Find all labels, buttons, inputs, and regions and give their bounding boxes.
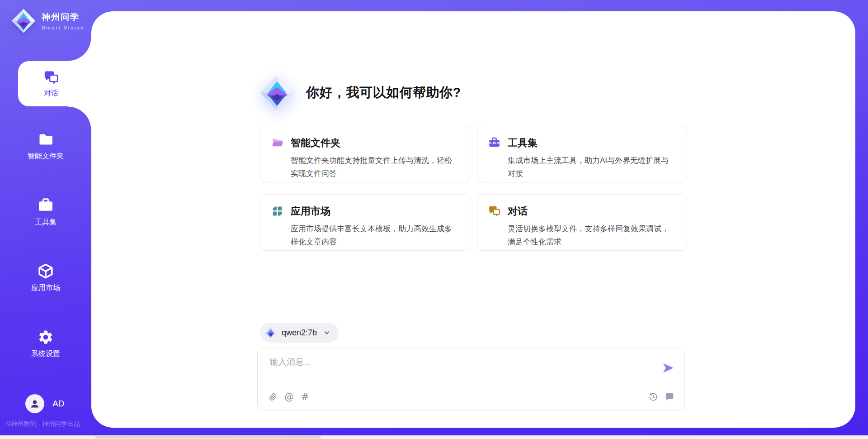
card-title: 智能文件夹 [291, 136, 459, 150]
paperclip-icon [268, 392, 277, 402]
model-logo-icon [264, 326, 277, 339]
card-smart-folder[interactable]: 智能文件夹 智能文件夹功能支持批量文件上传与清洗，轻松实现文件问答 [260, 126, 470, 182]
sidebar-item-label: 系统设置 [31, 349, 60, 359]
chevron-down-icon [323, 329, 330, 336]
message-composer: @ # [257, 348, 685, 411]
card-title: 对话 [508, 205, 676, 218]
brand-logo-icon [11, 8, 36, 33]
card-desc: 应用市场提供丰富长文本模板，助力高效生成多样化文章内容 [291, 222, 459, 248]
sidebar-item-toolset[interactable]: 工具集 [0, 197, 91, 227]
message-input[interactable] [258, 348, 684, 382]
sidebar-item-smart-folder[interactable]: 智能文件夹 [0, 131, 91, 161]
feature-cards: 智能文件夹 智能文件夹功能支持批量文件上传与清洗，轻松实现文件问答 工具集 集成… [260, 126, 687, 251]
sidebar-item-label: 应用市场 [31, 283, 60, 293]
main-panel: 你好，我可以如何帮助你? 智能文件夹 智能文件夹功能支持批量文件上传与清洗，轻松… [91, 11, 855, 428]
sidebar-item-label: 对话 [44, 89, 58, 98]
avatar [25, 394, 44, 413]
brand-title: 神州问学 [42, 11, 85, 23]
sidebar-item-label: 工具集 [35, 218, 57, 227]
sidebar-item-settings[interactable]: 系统设置 [0, 329, 91, 359]
card-app-market[interactable]: 应用市场 应用市场提供丰富长文本模板，助力高效生成多样化文章内容 [260, 194, 470, 251]
brand: 神州问学 Smart Vision [11, 8, 85, 33]
sidebar-item-app-market[interactable]: 应用市场 [0, 263, 91, 293]
history-button[interactable] [648, 392, 658, 402]
card-title: 应用市场 [291, 205, 459, 218]
sidebar-item-label: 智能文件夹 [28, 152, 64, 161]
hashtag-button[interactable]: # [301, 392, 309, 402]
model-selector[interactable]: qwen2:7b [260, 323, 339, 343]
scrollbar-thumb[interactable] [95, 436, 321, 439]
card-desc: 集成市场上主流工具，助力AI与外界无缝扩展与对接 [508, 154, 676, 180]
user-profile[interactable]: AD [25, 394, 64, 413]
send-button[interactable] [662, 362, 675, 374]
folder-icon [38, 131, 54, 148]
card-title: 工具集 [508, 136, 676, 150]
send-icon [662, 362, 675, 374]
greeting-text: 你好，我可以如何帮助你? [306, 84, 461, 102]
chat-icon [488, 205, 500, 217]
card-desc: 智能文件夹功能支持批量文件上传与清洗，轻松实现文件问答 [291, 154, 459, 180]
sidebar-item-chat[interactable]: 对话 [18, 61, 91, 106]
brand-subtitle: Smart Vision [42, 25, 85, 30]
toolbox-icon [38, 197, 54, 214]
user-initials: AD [52, 399, 64, 409]
composer-toolbar: @ # [258, 383, 684, 410]
card-toolset[interactable]: 工具集 集成市场上主流工具，助力AI与外界无缝扩展与对接 [477, 126, 687, 182]
greeting: 你好，我可以如何帮助你? [259, 75, 461, 111]
history-icon [648, 392, 658, 402]
sidebar: 神州问学 Smart Vision 对话 智能文件夹 工具集 应用市场 系统设置… [0, 0, 91, 439]
greeting-logo-icon [259, 75, 295, 111]
folder-open-icon [271, 137, 283, 149]
attach-file-button[interactable] [268, 392, 277, 402]
copyright-footer: ©神州数码 · 神州问学出品 [6, 420, 80, 428]
chat-icon [43, 70, 59, 85]
card-chat[interactable]: 对话 灵活切换多模型文件，支持多样回复效果调试，满足个性化需求 [477, 194, 687, 251]
comment-icon [665, 392, 675, 402]
cube-icon [38, 263, 54, 279]
gear-icon [38, 329, 54, 345]
model-name: qwen2:7b [282, 328, 317, 338]
mention-button[interactable]: @ [284, 392, 294, 402]
toolbox-icon [488, 137, 500, 149]
horizontal-scrollbar[interactable] [0, 435, 868, 439]
grid-icon [271, 205, 283, 217]
conversation-button[interactable] [665, 392, 675, 402]
card-desc: 灵活切换多模型文件，支持多样回复效果调试，满足个性化需求 [508, 222, 676, 248]
person-icon [29, 398, 40, 409]
